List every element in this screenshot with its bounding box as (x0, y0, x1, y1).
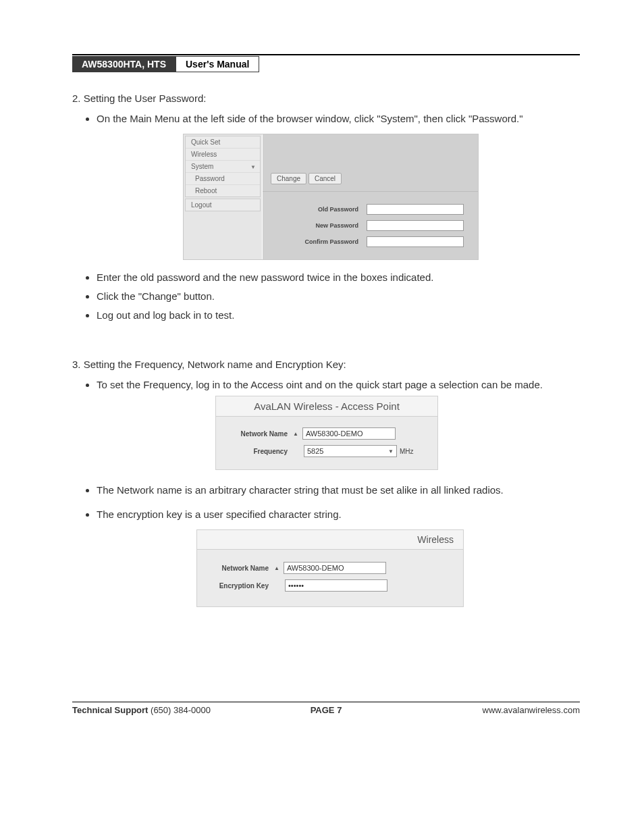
frequency-value: 5825 (307, 447, 323, 455)
new-password-label: New Password (272, 222, 367, 229)
encryption-key-label: Encryption Key (207, 582, 285, 590)
menu-reboot[interactable]: Reboot (186, 185, 260, 197)
instruction-text: To set the Frequency, log in to the Acce… (97, 377, 580, 393)
menu-system-label: System (191, 163, 213, 170)
sort-up-icon: ▲ (292, 431, 302, 437)
menu-password[interactable]: Password (186, 173, 260, 185)
menu-logout[interactable]: Logout (186, 199, 260, 211)
section-3-heading: 3. Setting the Frequency, Network name a… (72, 359, 580, 370)
chevron-down-icon: ▼ (388, 448, 394, 454)
network-name-value: AW58300-DEMO (287, 564, 344, 572)
model-label: AW58300HTA, HTS (72, 56, 176, 72)
support-label: Technical Support (72, 705, 148, 715)
instruction-text: The Network name is an arbitrary charact… (97, 482, 580, 498)
network-name-label: Network Name (207, 565, 273, 572)
instruction-text: Enter the old password and the new passw… (97, 269, 580, 286)
page-footer: Technical Support (650) 384-0000 PAGE 7 … (72, 702, 580, 715)
encryption-key-value: •••••• (288, 581, 304, 590)
page-number: PAGE 7 (311, 705, 342, 715)
menu-quick-set[interactable]: Quick Set (186, 136, 260, 149)
encryption-key-input[interactable]: •••••• (285, 579, 387, 592)
footer-url: www.avalanwireless.com (342, 705, 580, 715)
menu-system[interactable]: System ▼ (186, 161, 260, 173)
panel-title: Wireless (197, 530, 463, 550)
old-password-label: Old Password (272, 206, 367, 213)
instruction-text: On the Main Menu at the left side of the… (97, 111, 580, 127)
cancel-button[interactable]: Cancel (308, 173, 342, 184)
confirm-password-input[interactable] (367, 236, 464, 247)
frequency-unit: MHz (397, 448, 414, 455)
network-name-value: AW58300-DEMO (306, 429, 363, 438)
new-password-input[interactable] (367, 220, 464, 231)
instruction-text: Click the "Change" button. (97, 288, 580, 305)
nav-menu: Quick Set Wireless System ▼ Password Reb… (184, 134, 263, 259)
instruction-text: Log out and log back in to test. (97, 307, 580, 323)
confirm-password-label: Confirm Password (272, 238, 367, 245)
doc-title: User's Manual (176, 56, 259, 72)
network-name-label: Network Name (225, 430, 292, 438)
network-name-input[interactable]: AW58300-DEMO (302, 427, 396, 440)
section-2-heading: 2. Setting the User Password: (72, 93, 580, 104)
chevron-down-icon: ▼ (250, 164, 256, 170)
menu-wireless[interactable]: Wireless (186, 149, 260, 161)
frequency-select[interactable]: 5825 ▼ (304, 445, 397, 457)
sort-up-icon: ▲ (273, 565, 284, 571)
password-screenshot: Quick Set Wireless System ▼ Password Reb… (183, 134, 479, 260)
change-button[interactable]: Change (271, 173, 306, 184)
panel-title: AvaLAN Wireless - Access Point (216, 396, 437, 417)
network-name-input[interactable]: AW58300-DEMO (284, 562, 386, 574)
support-phone: (650) 384-0000 (148, 705, 211, 715)
old-password-input[interactable] (367, 204, 464, 215)
doc-header: AW58300HTA, HTS User's Manual (72, 56, 580, 72)
wireless-screenshot: Wireless Network Name ▲ AW58300-DEMO Enc… (196, 529, 464, 607)
instruction-text: The encryption key is a user specified c… (97, 506, 580, 523)
frequency-label: Frequency (225, 448, 304, 455)
access-point-screenshot: AvaLAN Wireless - Access Point Network N… (215, 396, 438, 470)
